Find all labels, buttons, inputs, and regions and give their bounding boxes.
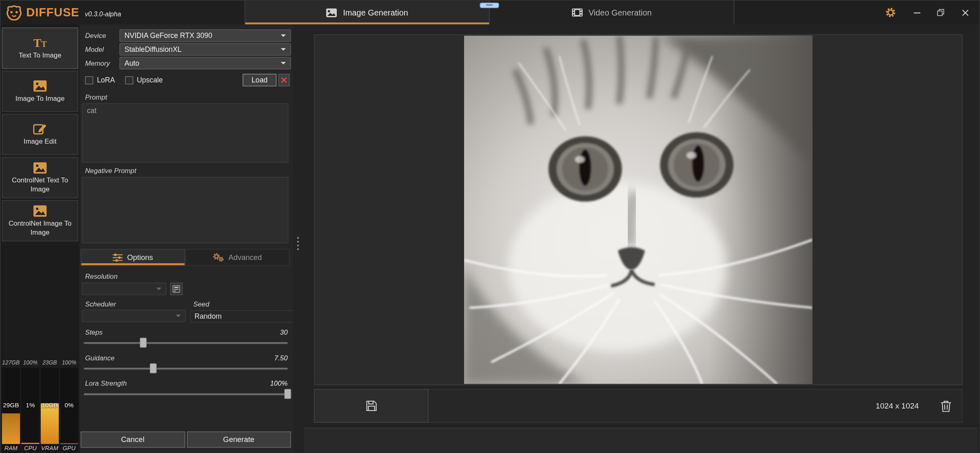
splitter-grip-icon	[297, 237, 299, 250]
settings-tab-strip: Options Advanced	[81, 249, 290, 266]
cancel-button[interactable]: Cancel	[81, 431, 185, 448]
minimize-icon	[914, 9, 921, 16]
lora-checkbox-label: LoRA	[97, 76, 115, 84]
negative-prompt-label: Negative Prompt	[81, 167, 291, 174]
model-dropdown[interactable]: StableDiffusionXL	[120, 43, 291, 56]
steps-slider-track[interactable]	[84, 342, 288, 344]
panel-splitter[interactable]	[293, 24, 304, 453]
unload-button[interactable]	[278, 74, 290, 87]
advanced-gears-icon	[213, 253, 224, 262]
guidance-slider	[84, 363, 288, 374]
save-image-button[interactable]	[314, 389, 428, 423]
ram-value: 29GB	[2, 401, 20, 408]
resolution-dropdown[interactable]	[82, 283, 167, 295]
generate-button[interactable]: Generate	[187, 431, 291, 448]
lora-strength-slider-track[interactable]	[84, 393, 288, 395]
minimize-button[interactable]	[906, 1, 929, 24]
window-controls	[879, 1, 978, 24]
sidebar-item-image-edit[interactable]: Image Edit	[2, 114, 78, 155]
device-label: Device	[81, 31, 120, 39]
brand: DIFFUSE v0.3.0-alpha	[1, 4, 121, 20]
delete-image-button[interactable]	[933, 393, 959, 419]
gpu-name-label: GPU	[60, 444, 78, 453]
guidance-slider-track[interactable]	[84, 368, 288, 370]
cpu-gauge-fill	[21, 442, 39, 444]
model-value: StableDiffusionXL	[124, 45, 182, 53]
steps-label: Steps	[85, 328, 102, 335]
lora-checkbox[interactable]	[85, 76, 93, 84]
device-value: NVIDIA GeForce RTX 3090	[124, 31, 212, 39]
negative-prompt-input[interactable]	[82, 177, 289, 243]
generation-settings-panel: Device NVIDIA GeForce RTX 3090 Model Sta…	[80, 24, 293, 453]
generated-image	[464, 36, 812, 384]
cpu-monitor: 100% 1% CPU	[21, 360, 39, 453]
device-dropdown[interactable]: NVIDIA GeForce RTX 3090	[120, 29, 291, 42]
diffuse-window: DIFFUSE v0.3.0-alpha Image Generation	[0, 0, 980, 453]
sidebar-item-label: ControlNet Text To Image	[4, 176, 76, 193]
sidebar-item-controlnet-image-to-image[interactable]: ControlNet Image To Image	[2, 200, 78, 241]
memory-dropdown[interactable]: Auto	[120, 57, 291, 69]
image-canvas	[314, 34, 962, 385]
vram-monitor: 23GB 10GB VRAM	[41, 360, 59, 453]
seed-input[interactable]	[190, 310, 295, 322]
ram-max-label: 127GB	[2, 360, 20, 367]
system-monitors: 127GB 29GB RAM 100% 1% CPU 23G	[1, 360, 80, 453]
sidebar-item-controlnet-text-to-image[interactable]: ControlNet Text To Image	[2, 157, 78, 198]
red-x-icon	[281, 77, 287, 83]
maximize-icon	[937, 9, 944, 16]
trash-icon	[940, 400, 951, 412]
image-resolution-label: 1024 x 1024	[876, 402, 919, 410]
gpu-value: 0%	[60, 401, 78, 408]
lora-strength-label: Lora Strength	[85, 380, 127, 387]
image-edit-icon	[33, 123, 47, 135]
close-button[interactable]	[952, 1, 978, 24]
tab-image-generation[interactable]: Image Generation	[245, 1, 489, 24]
ram-gauge-fill	[2, 413, 20, 444]
ram-monitor: 127GB 29GB RAM	[2, 360, 20, 453]
sidebar-item-label: Image Edit	[24, 138, 57, 146]
sidebar-item-text-to-image[interactable]: TT Text To Image	[2, 27, 78, 69]
steps-slider-thumb[interactable]	[140, 338, 147, 348]
cpu-gauge: 1%	[21, 368, 39, 444]
image-generation-icon	[326, 8, 338, 17]
save-icon	[366, 400, 377, 412]
resolution-calc-button[interactable]	[170, 283, 183, 295]
close-icon	[962, 9, 969, 16]
gpu-gauge-fill	[60, 443, 78, 444]
load-button[interactable]: Load	[243, 74, 277, 87]
memory-label: Memory	[81, 59, 120, 67]
maximize-button[interactable]	[929, 1, 952, 24]
video-generation-icon	[572, 8, 583, 17]
tab-advanced[interactable]: Advanced	[185, 249, 290, 266]
vram-gauge: 10GB	[41, 368, 59, 444]
titlebar: DIFFUSE v0.3.0-alpha Image Generation	[1, 1, 980, 24]
lora-strength-slider-thumb[interactable]	[284, 389, 291, 399]
vram-name-label: VRAM	[41, 444, 59, 453]
controlnet-text-to-image-icon	[33, 162, 47, 173]
gear-icon	[884, 7, 896, 18]
vram-gauge-fill	[41, 404, 59, 444]
lora-strength-value: 100%	[270, 380, 288, 387]
tab-video-generation[interactable]: Video Generation	[489, 1, 733, 24]
upscale-checkbox[interactable]	[125, 76, 133, 84]
prompt-input[interactable]: cat	[82, 103, 289, 163]
image-to-image-icon	[33, 80, 47, 92]
tab-video-generation-label: Video Generation	[589, 8, 652, 17]
settings-gear-button[interactable]	[879, 1, 902, 24]
tab-advanced-label: Advanced	[229, 253, 262, 262]
scheduler-dropdown[interactable]	[82, 309, 186, 322]
app-version: v0.3.0-alpha	[85, 10, 121, 18]
progress-strip	[304, 428, 978, 453]
vram-value: 10GB	[41, 401, 59, 408]
sidebar-item-image-to-image[interactable]: Image To Image	[2, 71, 78, 112]
mode-sidebar: TT Text To Image Image To Image Image Ed…	[1, 24, 80, 453]
tab-options[interactable]: Options	[81, 249, 185, 266]
calculator-icon	[173, 285, 180, 293]
app-logo-icon	[6, 4, 22, 20]
system-indicator-pill	[480, 2, 499, 8]
guidance-slider-thumb[interactable]	[150, 363, 157, 373]
generated-cat-image	[464, 36, 812, 384]
preview-toolbar: 1024 x 1024	[314, 389, 962, 423]
tab-options-label: Options	[127, 253, 153, 262]
preview-panel: 1024 x 1024	[303, 24, 979, 453]
